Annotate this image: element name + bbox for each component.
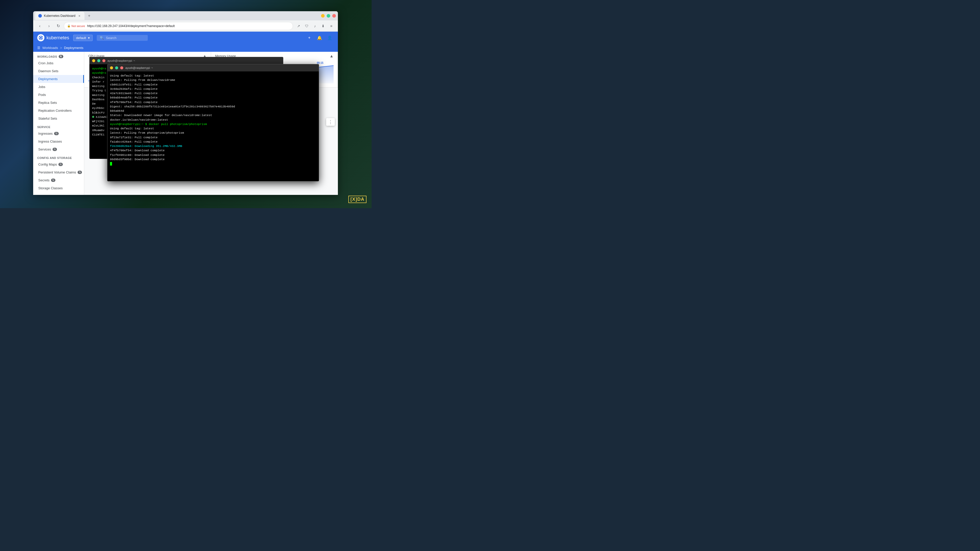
term-line-18: 4f4fb700ef54: Download complete <box>110 148 316 152</box>
replicasets-label: Replica Sets <box>38 101 57 105</box>
term-line-13: Using default tag: latest <box>110 126 316 130</box>
terminal-1-maximize[interactable] <box>97 59 100 62</box>
breadcrumb-separator: > <box>60 46 62 50</box>
notifications-button[interactable]: 🔔 <box>315 34 324 42</box>
terminal-2-minimize[interactable] <box>110 66 113 69</box>
sidebar-item-services[interactable]: Services N <box>33 145 84 153</box>
jobs-label: Jobs <box>38 85 45 89</box>
vertical-dots-icon: ⋮ <box>328 119 333 124</box>
term-line-16: fa1abcc626a4: Pull complete <box>110 140 316 144</box>
secrets-badge: N <box>51 179 56 182</box>
tab-favicon-icon <box>38 14 42 17</box>
deployments-label: Deployments <box>38 77 58 81</box>
statefulsets-label: Stateful Sets <box>38 117 57 121</box>
music-icon[interactable]: ♪ <box>311 22 318 30</box>
sidebar-item-replicationcontrollers[interactable]: Replication Controllers <box>33 106 84 114</box>
terminal-window-2[interactable]: ayush@raspberrypi: ~ Using default tag: … <box>107 64 319 181</box>
terminal-1-title: ayush@raspberrypi: ~ <box>107 59 135 62</box>
new-tab-button[interactable]: + <box>86 12 93 19</box>
term-line-15: 9f23a71f1e31: Pull complete <box>110 135 316 140</box>
breadcrumb: ☰ Workloads > Deployments <box>33 44 338 52</box>
url-bar[interactable]: 🔒 Not secure https://192.168.29.247:1044… <box>64 22 293 30</box>
security-indicator: 🔒 Not secure <box>67 24 85 27</box>
term-line-12: ayush@raspberrypi:~ $ docker pull photop… <box>110 122 316 126</box>
terminal-overlay: ayush@raspberrypi: ~ ayush@ra ayush@ra C… <box>84 52 338 195</box>
ingresses-badge: N <box>54 132 59 135</box>
terminal-2-titlebar: ayush@raspberrypi: ~ <box>107 64 319 71</box>
term-line-17: f2e290d620a4: Downloading 351.2MB/432.3M… <box>110 144 316 148</box>
configmaps-badge: N <box>59 163 63 166</box>
security-label: Not secure <box>72 24 85 27</box>
menu-button[interactable]: ≡ <box>328 22 335 30</box>
term-line-9: bb5a064d <box>110 109 316 113</box>
breadcrumb-workloads[interactable]: Workloads <box>42 46 58 50</box>
kubernetes-logo: kubernetes <box>37 34 69 41</box>
top-navigation: kubernetes default ▾ 🔍 Search + 🔔 👤 <box>33 32 338 44</box>
close-button[interactable] <box>332 14 336 17</box>
ingressclasses-label: Ingress Classes <box>38 140 62 143</box>
kubernetes-app: kubernetes default ▾ 🔍 Search + 🔔 👤 ☰ Wo… <box>33 32 338 195</box>
maximize-button[interactable] <box>327 14 330 17</box>
terminal-2-maximize[interactable] <box>115 66 118 69</box>
status-dot <box>92 116 94 118</box>
sidebar-item-pods[interactable]: Pods <box>33 91 84 99</box>
share-button[interactable]: ↗ <box>295 22 302 30</box>
terminal-1-close[interactable] <box>102 59 105 62</box>
secrets-label: Secrets <box>38 178 49 182</box>
term-line-8: Digest: sha256:d6b2288fb7311ce81e1eaa01e… <box>110 104 316 109</box>
sidebar-item-ingressclasses[interactable]: Ingress Classes <box>33 138 84 145</box>
pvc-badge: N <box>78 171 82 174</box>
sidebar-item-jobs[interactable]: Jobs <box>33 83 84 91</box>
add-button[interactable]: + <box>305 34 313 42</box>
refresh-button[interactable]: ↻ <box>55 22 62 30</box>
workloads-section-header: Workloads N <box>33 52 84 59</box>
xda-watermark: [X]DA <box>348 196 366 203</box>
config-section-header: Config and Storage <box>33 153 84 160</box>
sidebar-item-ingresses[interactable]: Ingresses N <box>33 130 84 138</box>
back-button[interactable]: ‹ <box>36 22 43 30</box>
namespace-selector[interactable]: default ▾ <box>73 35 93 41</box>
term-line-20: 06d9bd3f90bd: Download complete <box>110 157 316 162</box>
account-button[interactable]: 👤 <box>326 34 334 42</box>
sidebar-item-storageclasses[interactable]: Storage Classes <box>33 184 84 192</box>
brave-shield-icon[interactable]: 🛡 <box>303 22 310 30</box>
terminal-2-close[interactable] <box>120 66 123 69</box>
tab-close-button[interactable]: ✕ <box>77 14 81 18</box>
term-line-11: docker.io/deluan/navidrome:latest <box>110 118 316 122</box>
tab-bar: Kubernetes Dashboard ✕ + <box>33 11 338 21</box>
term-line-10: Status: Downloaded newer image for delua… <box>110 113 316 118</box>
pods-label: Pods <box>38 93 46 97</box>
cronjobs-label: Cron Jobs <box>38 61 53 65</box>
search-bar[interactable]: 🔍 Search <box>97 35 148 41</box>
toolbar-buttons: ↗ 🛡 ♪ ⬇ ≡ <box>295 22 335 30</box>
menu-hamburger-icon[interactable]: ☰ <box>37 46 40 50</box>
search-placeholder: Search <box>106 36 116 40</box>
terminal-1-minimize[interactable] <box>92 59 95 62</box>
term-line-14: latest: Pulling from photoprism/photopri… <box>110 130 316 135</box>
sidebar-item-replicasets[interactable]: Replica Sets <box>33 99 84 106</box>
sidebar-item-secrets[interactable]: Secrets N <box>33 176 84 184</box>
sidebar-item-statefulsets[interactable]: Stateful Sets <box>33 114 84 122</box>
sidebar-item-configmaps[interactable]: Config Maps N <box>33 160 84 168</box>
breadcrumb-current: Deployments <box>64 46 83 50</box>
terminal-2-title: ayush@raspberrypi: ~ <box>125 66 153 69</box>
dropdown-chevron-icon: ▾ <box>88 36 90 40</box>
service-label: Service <box>37 125 51 129</box>
term-line-1: Using default tag: latest <box>110 73 316 78</box>
context-menu-dots[interactable]: ⋮ <box>326 118 335 126</box>
minimize-button[interactable] <box>321 14 325 17</box>
configmaps-label: Config Maps <box>38 162 57 166</box>
sidebar-item-daemonsets[interactable]: Daemon Sets <box>33 67 84 75</box>
pvc-label: Persistent Volume Claims <box>38 170 76 174</box>
sidebar-item-cronjobs[interactable]: Cron Jobs <box>33 59 84 67</box>
sidebar-item-pvc[interactable]: Persistent Volume Claims N <box>33 168 84 176</box>
download-icon[interactable]: ⬇ <box>320 22 327 30</box>
replicationcontrollers-label: Replication Controllers <box>38 109 72 113</box>
active-tab[interactable]: Kubernetes Dashboard ✕ <box>35 12 84 20</box>
config-label: Config and Storage <box>37 156 72 159</box>
main-content: CPU Usage ▲ <box>84 52 338 195</box>
sidebar-item-deployments[interactable]: Deployments <box>33 75 84 83</box>
forward-button[interactable]: › <box>45 22 52 30</box>
namespace-value: default <box>76 36 86 40</box>
term-line-2: latest: Pulling from deluan/navidrome <box>110 78 316 82</box>
